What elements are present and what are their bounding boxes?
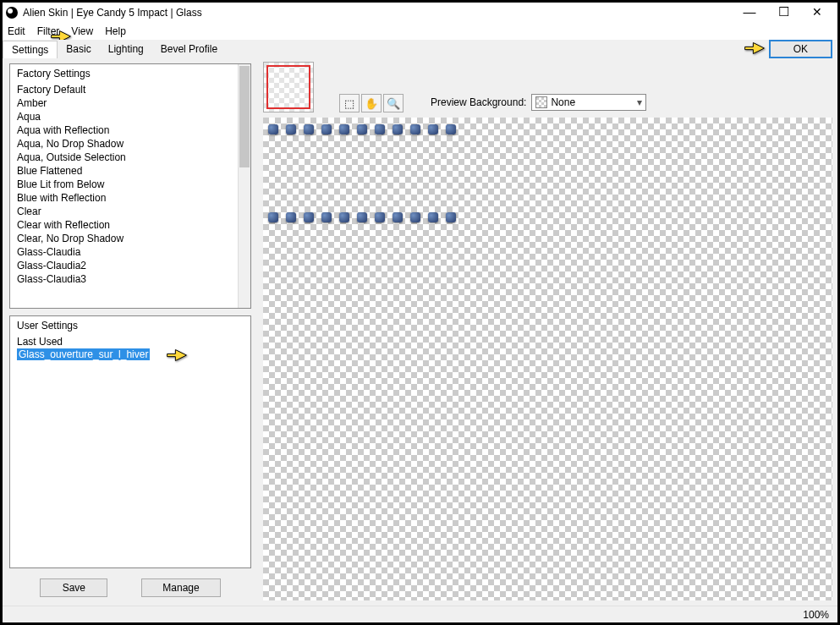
list-item[interactable]: Glass_ouverture_sur_l_hiver [17, 348, 150, 360]
right-panel: ⬚ ✋ 🔍 Preview Background: None [258, 58, 837, 606]
user-header: User Settings [10, 316, 250, 335]
list-item[interactable]: Clear with Reflection [17, 218, 244, 232]
preview-thumbnail[interactable] [263, 62, 314, 112]
tool-hand[interactable]: ✋ [361, 94, 382, 112]
menu-view[interactable]: View [71, 25, 93, 37]
list-item[interactable]: Glass-Claudia3 [17, 272, 244, 286]
glyph-row [268, 212, 456, 222]
list-item[interactable]: Amber [17, 96, 244, 110]
list-item[interactable]: Aqua [17, 110, 244, 123]
tab-settings[interactable]: Settings [3, 41, 58, 58]
factory-settings-listbox[interactable]: Factory Settings Factory DefaultAmberAqu… [9, 63, 251, 309]
minimize-button[interactable]: — [733, 3, 766, 22]
preview-canvas[interactable] [263, 118, 832, 600]
list-item[interactable]: Clear [17, 205, 244, 218]
list-item[interactable]: Glass-Claudia2 [17, 259, 244, 272]
scroll-thumb[interactable] [239, 66, 250, 167]
list-item[interactable]: Aqua with Reflection [17, 123, 244, 137]
list-item[interactable]: Blue Lit from Below [17, 178, 244, 191]
list-item[interactable]: Glass-Claudia [17, 245, 244, 259]
list-item[interactable]: Last Used [17, 335, 244, 348]
tool-selection[interactable]: ⬚ [339, 94, 360, 112]
save-button[interactable]: Save [40, 578, 107, 597]
menu-filter[interactable]: Filter [37, 25, 60, 37]
list-item[interactable]: Aqua, Outside Selection [17, 151, 244, 164]
list-item[interactable]: Blue Flattened [17, 164, 244, 178]
ok-button[interactable]: OK [769, 40, 832, 58]
tab-bevel-profile[interactable]: Bevel Profile [152, 41, 226, 58]
left-panel: Factory Settings Factory DefaultAmberAqu… [3, 58, 258, 606]
scrollbar[interactable] [238, 64, 250, 308]
preview-bg-label: Preview Background: [431, 96, 526, 108]
list-item[interactable]: Clear, No Drop Shadow [17, 232, 244, 245]
hand-pointer-icon [166, 347, 188, 364]
zoom-level: 100% [803, 609, 829, 621]
list-item[interactable]: Aqua, No Drop Shadow [17, 137, 244, 151]
thumbnail-selector [266, 65, 310, 109]
tool-zoom[interactable]: 🔍 [383, 94, 404, 112]
preview-bg-value: None [551, 96, 575, 108]
window-title: Alien Skin | Eye Candy 5 Impact | Glass [23, 7, 733, 19]
app-icon [6, 7, 18, 19]
titlebar: Alien Skin | Eye Candy 5 Impact | Glass … [3, 3, 837, 23]
list-item[interactable]: Blue with Reflection [17, 191, 244, 205]
menubar: Edit Filter View Help [3, 23, 837, 40]
maximize-button[interactable]: ☐ [766, 3, 800, 22]
menu-edit[interactable]: Edit [8, 25, 25, 37]
manage-button[interactable]: Manage [141, 578, 220, 597]
tab-basic[interactable]: Basic [58, 41, 99, 58]
menu-help[interactable]: Help [105, 25, 126, 37]
tabbar: Settings Basic Lighting Bevel Profile [3, 40, 837, 58]
statusbar: 100% [3, 606, 837, 622]
list-item[interactable]: Factory Default [17, 83, 244, 96]
tab-lighting[interactable]: Lighting [100, 41, 152, 58]
glyph-row [268, 124, 456, 134]
factory-header: Factory Settings [10, 64, 250, 83]
close-button[interactable]: ✕ [800, 3, 834, 22]
user-settings-listbox[interactable]: User Settings Last UsedGlass_ouverture_s… [9, 315, 251, 568]
preview-bg-dropdown[interactable]: None [531, 94, 646, 111]
swatch-icon [535, 96, 547, 108]
